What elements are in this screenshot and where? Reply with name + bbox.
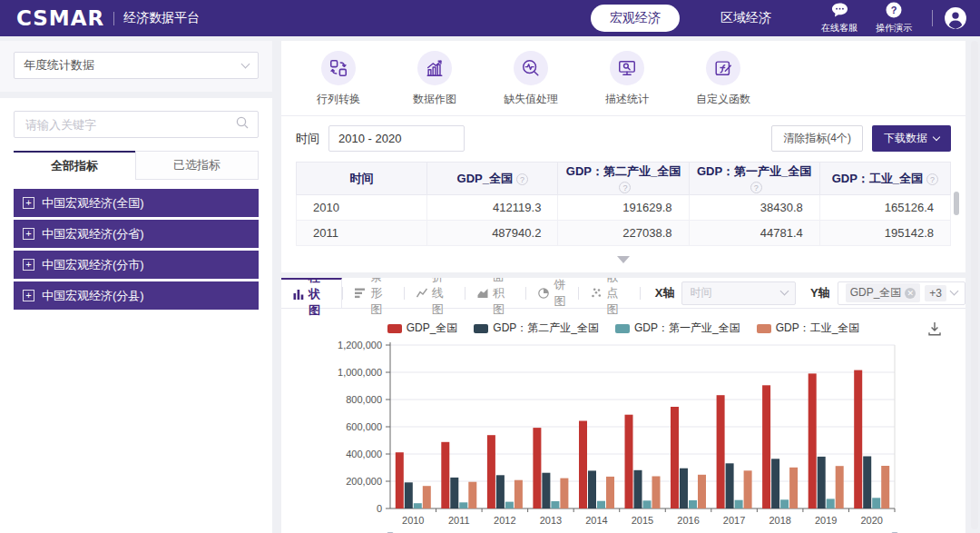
legend-item[interactable]: GDP：工业_全国 (757, 321, 860, 336)
page-scrollbar[interactable] (971, 41, 978, 529)
search-icon (236, 116, 249, 133)
svg-text:0: 0 (377, 503, 382, 514)
legend-label: GDP_全国 (407, 321, 458, 336)
table-cell: 487940.2 (427, 221, 558, 246)
scatter-chart-icon (591, 288, 602, 299)
chart-type-tab[interactable]: 条形图 (343, 278, 403, 308)
svg-text:2020: 2020 (860, 515, 882, 526)
plus-icon[interactable]: + (23, 290, 34, 301)
help-icon[interactable]: ? (750, 182, 762, 193)
time-range-input[interactable] (328, 125, 465, 152)
chart-plot-icon (417, 51, 452, 85)
svg-text:2017: 2017 (723, 515, 745, 526)
x-axis-label: X轴 (655, 285, 675, 301)
tree-item-label: 中国宏观经济(分省) (42, 226, 144, 242)
tree-item[interactable]: +中国宏观经济(分省) (14, 220, 259, 248)
legend-item[interactable]: GDP：第一产业_全国 (615, 321, 740, 336)
clear-indicators-button[interactable]: 清除指标(4个) (771, 125, 863, 152)
tree-item[interactable]: +中国宏观经济(分县) (14, 281, 259, 310)
app-header: CSMAR 经济数据平台 宏观经济区域经济 在线客服?操作演示 (0, 0, 980, 36)
header-utils: 在线客服?操作演示 (812, 2, 921, 35)
svg-text:2010: 2010 (402, 515, 424, 526)
table-cell: 195142.8 (819, 221, 950, 246)
descriptive-stats-icon (610, 51, 644, 85)
help-icon[interactable]: ? (619, 182, 631, 193)
chart-type-tab[interactable]: 散点图 (579, 278, 639, 308)
y-axis-select[interactable]: GDP_全国 ✕ +3 (838, 281, 965, 305)
chart-type-tab[interactable]: 折线图 (405, 278, 465, 308)
toolbar-action[interactable]: 缺失值处理 (501, 51, 561, 107)
svg-text:2015: 2015 (632, 515, 653, 526)
main-content: 行列转换数据作图缺失值处理描述统计自定义函数 时间 清除指标(4个) 下载数据 … (281, 41, 965, 533)
svg-text:2012: 2012 (494, 515, 515, 526)
header-util-item[interactable]: 在线客服 (821, 2, 858, 35)
help-icon[interactable]: ? (926, 173, 938, 185)
legend-item[interactable]: GDP_全国 (387, 321, 458, 336)
plus-icon[interactable]: + (23, 228, 34, 240)
download-data-button[interactable]: 下载数据 (872, 125, 951, 152)
header-divider (932, 10, 933, 26)
table-header-row: 时间GDP_全国?GDP：第二产业_全国?GDP：第一产业_全国?GDP：工业_… (297, 163, 951, 195)
toolbar-action[interactable]: 行列转换 (309, 51, 368, 107)
x-axis-value: 时间 (690, 285, 711, 301)
tab-separator (640, 287, 641, 300)
plus-icon[interactable]: + (23, 197, 34, 209)
chart-type-tab[interactable]: 面积图 (466, 278, 525, 308)
bar-chart-svg: 0200,000400,000600,000800,0001,000,0001,… (281, 340, 965, 532)
indicator-tab[interactable]: 已选指标 (135, 151, 259, 180)
search-input[interactable] (24, 117, 236, 133)
page-body: 年度统计数据 全部指标已选指标 +中国宏观经济(全国)+中国宏观经济(分省)+中… (0, 41, 980, 533)
user-avatar-icon[interactable] (944, 6, 967, 30)
toolbar-action[interactable]: 数据作图 (405, 51, 465, 107)
chart-type-tab[interactable]: 饼图 (526, 278, 578, 308)
tree-item[interactable]: +中国宏观经济(分市) (14, 251, 259, 279)
svg-text:1,000,000: 1,000,000 (338, 367, 382, 378)
legend-swatch (387, 324, 402, 333)
dataset-select[interactable]: 年度统计数据 (14, 52, 259, 79)
chevron-down-icon (241, 59, 250, 68)
indicator-tabs: 全部指标已选指标 (14, 151, 259, 180)
nav-item[interactable]: 宏观经济 (591, 5, 680, 32)
bar-chart: 0200,000400,000600,000800,0001,000,0001,… (281, 340, 965, 532)
y-axis-selected-tag: GDP_全国 ✕ (846, 283, 921, 302)
header-util-item[interactable]: ?操作演示 (876, 2, 912, 35)
data-card: 行列转换数据作图缺失值处理描述统计自定义函数 时间 清除指标(4个) 下载数据 … (281, 41, 965, 272)
expand-more-icon[interactable] (617, 256, 630, 263)
line-chart-icon (416, 288, 427, 299)
indicator-panel: 全部指标已选指标 +中国宏观经济(全国)+中国宏观经济(分省)+中国宏观经济(分… (0, 98, 272, 533)
chart-type-tab[interactable]: 柱状图 (281, 278, 342, 308)
chart-legend: GDP_全国GDP：第二产业_全国GDP：第一产业_全国GDP：工业_全国 (281, 309, 965, 340)
chart-type-tabs: 柱状图条形图折线图面积图饼图散点图 (281, 278, 641, 308)
download-icon[interactable] (927, 321, 942, 340)
legend-label: GDP：工业_全国 (776, 321, 860, 336)
bar-chart-icon (293, 289, 304, 300)
help-icon[interactable]: ? (516, 173, 528, 185)
data-table-wrap: 时间GDP_全国?GDP：第二产业_全国?GDP：第一产业_全国?GDP：工业_… (296, 162, 951, 246)
plus-icon[interactable]: + (23, 259, 34, 271)
remove-tag-icon[interactable]: ✕ (905, 288, 916, 299)
svg-text:2019: 2019 (815, 515, 837, 526)
legend-label: GDP：第二产业_全国 (493, 321, 599, 336)
legend-item[interactable]: GDP：第二产业_全国 (474, 321, 599, 336)
table-cell: 2010 (297, 195, 427, 221)
table-cell: 2011 (297, 221, 427, 246)
x-axis-select[interactable]: 时间 (681, 281, 796, 305)
y-axis-more-tag: +3 (925, 285, 946, 301)
svg-text:800,000: 800,000 (346, 394, 382, 405)
table-cell: 44781.4 (689, 221, 819, 246)
toolbar-action[interactable]: 自定义函数 (693, 51, 753, 107)
util-label: 操作演示 (876, 22, 912, 35)
toolbar-action-label: 描述统计 (605, 92, 649, 107)
svg-text:600,000: 600,000 (346, 421, 382, 432)
toolbar-action[interactable]: 描述统计 (597, 51, 657, 107)
table-scrollbar-thumb[interactable] (954, 192, 959, 215)
svg-text:1,200,000: 1,200,000 (338, 340, 382, 350)
nav-item[interactable]: 区域经济 (701, 5, 790, 32)
svg-text:2016: 2016 (677, 515, 699, 526)
tree-item[interactable]: +中国宏观经济(全国) (14, 189, 259, 217)
table-row[interactable]: 2010412119.3191629.838430.8165126.4 (297, 195, 951, 221)
toolbar-action-label: 自定义函数 (696, 92, 750, 107)
indicator-tab[interactable]: 全部指标 (14, 151, 135, 180)
table-row[interactable]: 2011487940.2227038.844781.4195142.8 (297, 221, 951, 246)
table-expand-row (281, 246, 965, 272)
